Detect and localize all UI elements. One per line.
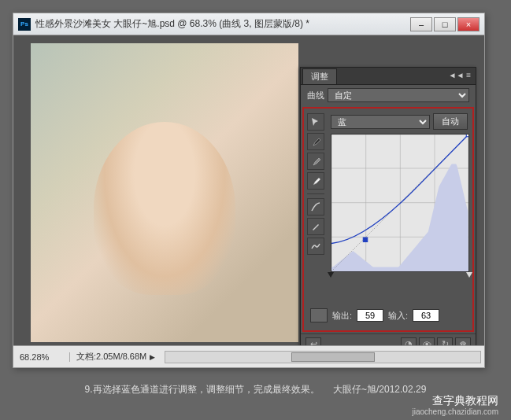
pencil-icon[interactable] — [307, 218, 324, 235]
input-input[interactable] — [413, 309, 439, 322]
canvas-area: 调整 ◄◄ ≡ 曲线 自定 蓝 自动 — [13, 35, 484, 345]
channel-row: 蓝 自动 — [304, 109, 472, 133]
titlebar: Ps 性感外景沙滩美女 大眼仔~旭.psd @ 68.3% (曲线 3, 图层蒙… — [13, 13, 484, 35]
svg-rect-12 — [466, 134, 469, 137]
curves-graph[interactable] — [331, 134, 469, 272]
curves-body: 蓝 自动 — [302, 107, 474, 332]
eyedropper-white-icon[interactable] — [307, 172, 324, 190]
pointer-icon[interactable] — [307, 113, 324, 131]
close-button[interactable]: × — [457, 17, 480, 31]
minimize-button[interactable]: – — [410, 17, 432, 31]
output-input[interactable] — [357, 309, 383, 322]
io-row: 输出: 输入: — [304, 305, 472, 326]
black-point-slider[interactable] — [328, 272, 334, 278]
io-clip-icon[interactable] — [310, 308, 328, 322]
svg-rect-11 — [363, 238, 367, 241]
curves-tools — [307, 109, 326, 255]
maximize-button[interactable]: □ — [434, 17, 456, 31]
watermark-title: 查字典教程网 — [412, 394, 498, 407]
eyedropper-black-icon[interactable] — [307, 133, 324, 150]
adjustments-panel: 调整 ◄◄ ≡ 曲线 自定 蓝 自动 — [300, 67, 476, 355]
window-buttons: – □ × — [410, 17, 480, 31]
zoom-field[interactable]: 68.28% — [17, 352, 70, 362]
curves-label: 曲线 — [307, 90, 324, 101]
document-canvas[interactable] — [31, 43, 298, 342]
horizontal-scrollbar[interactable] — [165, 351, 481, 363]
photoshop-window: Ps 性感外景沙滩美女 大眼仔~旭.psd @ 68.3% (曲线 3, 图层蒙… — [13, 13, 485, 368]
ps-app-icon: Ps — [18, 18, 31, 31]
preset-select[interactable]: 自定 — [328, 88, 469, 102]
auto-button[interactable]: 自动 — [433, 113, 468, 130]
document-title: 性感外景沙滩美女 大眼仔~旭.psd @ 68.3% (曲线 3, 图层蒙版/8… — [35, 17, 410, 31]
panel-collapse-icon[interactable]: ◄◄ ≡ — [449, 71, 471, 79]
preset-row: 曲线 自定 — [301, 85, 476, 105]
white-point-slider[interactable] — [466, 272, 472, 278]
doc-size[interactable]: 文档:2.05M/8.68M▶ — [70, 351, 161, 363]
tab-adjustments[interactable]: 调整 — [302, 68, 337, 84]
panel-tabs: 调整 ◄◄ ≡ — [301, 68, 476, 85]
separator — [307, 193, 324, 194]
eyedropper-gray-icon[interactable] — [307, 153, 324, 170]
channel-select[interactable]: 蓝 — [331, 115, 430, 129]
watermark: 查字典教程网 jiaocheng.chazidian.com — [412, 394, 498, 417]
watermark-url: jiaocheng.chazidian.com — [412, 407, 498, 417]
statusbar: 68.28% 文档:2.05M/8.68M▶ — [13, 345, 484, 367]
output-label: 输出: — [332, 310, 352, 322]
input-label: 输入: — [388, 310, 408, 322]
smooth-icon[interactable] — [307, 238, 324, 255]
chevron-right-icon: ▶ — [150, 353, 155, 361]
curve-icon[interactable] — [307, 198, 324, 216]
